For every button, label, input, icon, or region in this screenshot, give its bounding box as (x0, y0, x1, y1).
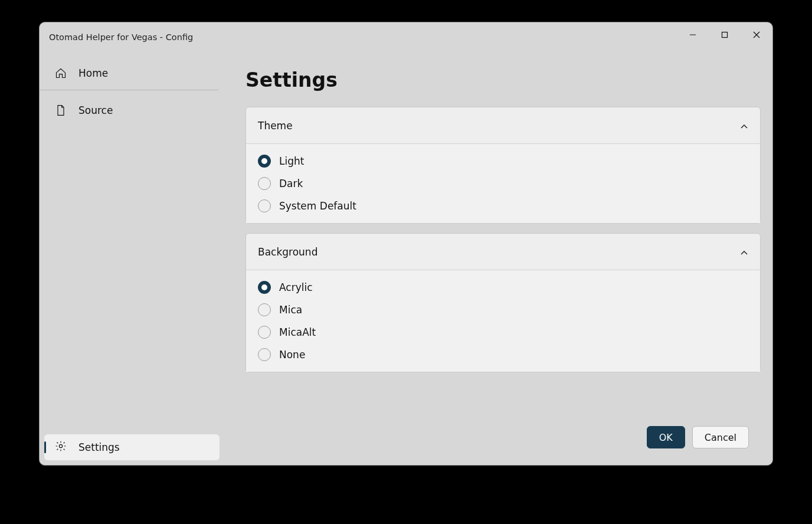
card-theme-body: Light Dark System Default (246, 144, 760, 223)
card-background: Background Acrylic Mica (245, 233, 761, 372)
radio-icon (258, 326, 271, 339)
gear-icon (55, 440, 67, 454)
sidebar-item-home[interactable]: Home (40, 59, 224, 87)
card-background-header[interactable]: Background (246, 234, 760, 270)
footer: OK Cancel (245, 418, 761, 458)
radio-label: None (279, 349, 305, 361)
sidebar-item-settings[interactable]: Settings (44, 434, 220, 460)
radio-bg-micaalt[interactable]: MicaAlt (258, 326, 748, 339)
radio-label: System Default (279, 200, 356, 212)
radio-theme-dark[interactable]: Dark (258, 177, 748, 190)
ok-button[interactable]: OK (647, 426, 685, 448)
window-title: Otomad Helper for Vegas - Config (49, 32, 193, 42)
svg-rect-1 (722, 32, 728, 38)
cancel-button[interactable]: Cancel (692, 426, 749, 448)
page-title: Settings (245, 68, 761, 91)
radio-label: Acrylic (279, 281, 313, 293)
close-icon (753, 31, 760, 38)
close-button[interactable] (741, 22, 772, 47)
document-icon (55, 104, 67, 116)
chevron-up-icon (740, 248, 748, 256)
sidebar-item-source[interactable]: Source (40, 96, 224, 125)
radio-bg-acrylic[interactable]: Acrylic (258, 281, 748, 294)
button-label: OK (659, 432, 673, 443)
card-background-body: Acrylic Mica MicaAlt None (246, 270, 760, 372)
card-title: Background (258, 246, 317, 258)
radio-bg-none[interactable]: None (258, 348, 748, 361)
body: Home Source Settings Settings The (40, 52, 772, 465)
main: Settings Theme Light Dark (224, 52, 772, 465)
radio-icon (258, 199, 271, 212)
minimize-button[interactable] (677, 22, 709, 47)
maximize-icon (721, 31, 728, 38)
sidebar-item-label: Home (78, 67, 108, 79)
radio-label: Mica (279, 304, 302, 316)
sidebar-item-label: Source (78, 104, 113, 116)
button-label: Cancel (705, 432, 736, 443)
radio-icon (258, 281, 271, 294)
radio-label: MicaAlt (279, 326, 316, 338)
sidebar-item-label: Settings (78, 441, 120, 453)
radio-theme-system[interactable]: System Default (258, 199, 748, 212)
card-title: Theme (258, 120, 293, 132)
maximize-button[interactable] (709, 22, 741, 47)
minimize-icon (689, 31, 696, 38)
sidebar: Home Source Settings (40, 52, 224, 465)
svg-point-4 (59, 444, 62, 447)
radio-icon (258, 303, 271, 316)
sidebar-divider (40, 90, 218, 90)
window-controls (677, 22, 772, 47)
chevron-up-icon (740, 122, 748, 130)
radio-theme-light[interactable]: Light (258, 155, 748, 168)
radio-label: Dark (279, 178, 303, 189)
radio-icon (258, 177, 271, 190)
radio-icon (258, 155, 271, 168)
radio-icon (258, 348, 271, 361)
home-icon (55, 67, 67, 79)
card-theme: Theme Light Dark (245, 107, 761, 224)
radio-label: Light (279, 155, 304, 167)
titlebar: Otomad Helper for Vegas - Config (40, 22, 772, 52)
window: Otomad Helper for Vegas - Config Home (39, 22, 773, 466)
card-theme-header[interactable]: Theme (246, 107, 760, 144)
radio-bg-mica[interactable]: Mica (258, 303, 748, 316)
